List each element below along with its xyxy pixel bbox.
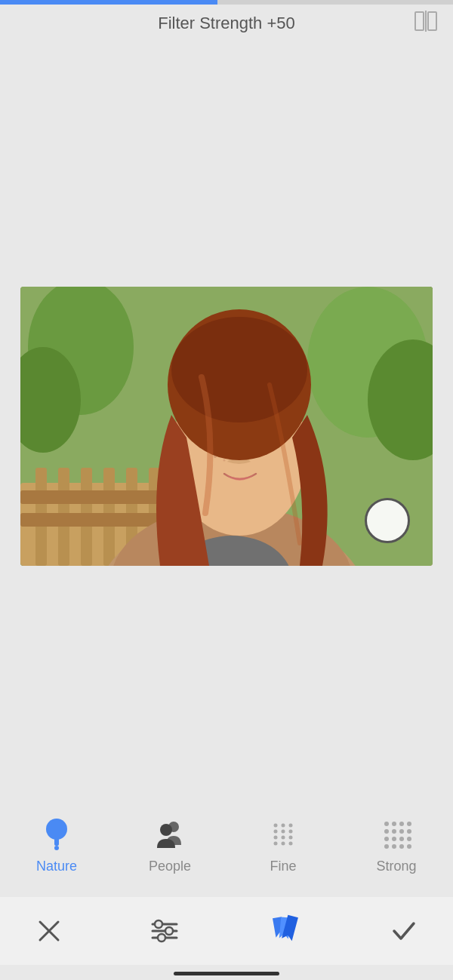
svg-point-67 <box>384 844 389 849</box>
action-bar <box>0 897 453 965</box>
svg-point-56 <box>392 822 396 826</box>
svg-point-51 <box>289 835 293 839</box>
tab-strong-label: Strong <box>376 859 416 874</box>
home-indicator <box>174 972 279 975</box>
tab-bar: Nature People <box>0 799 453 889</box>
svg-point-66 <box>407 837 411 841</box>
svg-point-78 <box>158 934 165 942</box>
svg-point-76 <box>155 920 162 928</box>
svg-point-27 <box>223 459 226 462</box>
svg-point-68 <box>392 844 396 849</box>
tab-fine-label: Fine <box>270 859 296 874</box>
progress-bar-fill <box>0 0 217 5</box>
filter-strength-row: Filter Strength +50 <box>0 14 453 33</box>
svg-point-70 <box>407 844 411 849</box>
filter-strength-label: Filter Strength +50 <box>15 14 438 33</box>
main-image <box>20 287 433 566</box>
svg-point-57 <box>399 822 404 826</box>
svg-point-47 <box>282 829 285 833</box>
progress-bar-container <box>0 0 453 5</box>
tab-strong[interactable]: Strong <box>340 815 453 874</box>
tab-fine[interactable]: Fine <box>226 815 340 874</box>
svg-point-54 <box>289 841 293 845</box>
confirm-button[interactable] <box>385 912 423 950</box>
svg-point-55 <box>384 822 389 826</box>
svg-point-43 <box>274 823 278 827</box>
svg-point-60 <box>392 829 396 834</box>
svg-point-59 <box>384 829 389 834</box>
filter-bookmarks-button[interactable] <box>262 908 307 954</box>
svg-rect-0 <box>415 12 424 30</box>
svg-point-58 <box>407 822 411 826</box>
tab-nature-label: Nature <box>36 859 77 874</box>
tab-people[interactable]: People <box>113 815 226 874</box>
svg-point-69 <box>399 844 404 849</box>
svg-point-77 <box>165 927 173 935</box>
svg-point-50 <box>282 835 285 839</box>
svg-point-40 <box>54 846 59 850</box>
svg-point-46 <box>274 829 278 833</box>
fine-icon <box>264 815 302 853</box>
cancel-button[interactable] <box>30 912 68 950</box>
svg-rect-39 <box>54 838 59 846</box>
strong-icon <box>378 815 415 853</box>
svg-point-45 <box>289 823 293 827</box>
svg-point-52 <box>274 841 278 845</box>
svg-point-63 <box>384 837 389 841</box>
svg-point-38 <box>46 819 67 840</box>
people-icon <box>151 815 189 853</box>
svg-rect-1 <box>428 12 436 30</box>
nature-icon <box>38 815 76 853</box>
svg-rect-16 <box>20 513 171 527</box>
adjustments-button[interactable] <box>146 912 183 950</box>
svg-point-49 <box>274 835 278 839</box>
svg-rect-15 <box>20 490 171 504</box>
svg-point-48 <box>289 829 293 833</box>
tab-people-label: People <box>149 859 191 874</box>
svg-point-37 <box>171 317 307 422</box>
svg-point-64 <box>392 837 396 841</box>
svg-point-65 <box>399 837 404 841</box>
drag-handle[interactable] <box>365 498 410 543</box>
tab-nature[interactable]: Nature <box>0 815 113 874</box>
svg-point-44 <box>282 823 285 827</box>
svg-point-62 <box>407 829 411 834</box>
svg-point-61 <box>399 829 404 834</box>
compare-icon[interactable] <box>414 9 438 38</box>
svg-point-42 <box>160 824 172 836</box>
svg-point-53 <box>282 841 285 845</box>
